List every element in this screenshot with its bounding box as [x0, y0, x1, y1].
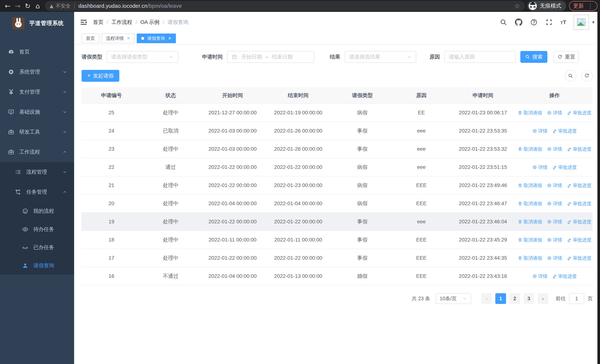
page-button-1[interactable]: 1 — [495, 293, 506, 304]
sidebar-item-支付管理[interactable]: 支付管理 — [0, 82, 74, 102]
breadcrumb-home[interactable]: 首页 — [93, 19, 103, 26]
browser-scrollbar[interactable] — [597, 12, 600, 364]
leave-table: 申请编号状态开始时间结束时间请假类型原因申请时间操作 25处理中2021-12-… — [82, 87, 593, 285]
progress-action-link[interactable]: 审批进度 — [567, 110, 591, 116]
cancel-action-link[interactable]: 取消请假 — [518, 219, 542, 225]
detail-action-link[interactable]: 详情 — [532, 273, 548, 279]
tab-流程详情[interactable]: 流程详情✕ — [102, 34, 134, 43]
sidebar-item-首页[interactable]: 首页 — [0, 42, 74, 62]
reset-button[interactable]: 重置 — [554, 51, 579, 63]
start-date-input[interactable]: 开始日期 — [241, 53, 262, 60]
detail-action-link[interactable]: 详情 — [547, 146, 562, 152]
forward-icon[interactable]: → — [13, 1, 23, 11]
detail-action-link[interactable]: 详情 — [532, 128, 548, 134]
search-icon[interactable] — [500, 18, 507, 26]
font-size-icon[interactable]: TT — [560, 19, 566, 25]
leave-type-select[interactable]: 请选择请假类型 — [107, 51, 178, 63]
goto-page-input[interactable] — [569, 293, 584, 304]
create-leave-button[interactable]: + 发起请假 — [82, 70, 119, 82]
progress-action-link[interactable]: 审批进度 — [567, 201, 591, 207]
cell-type: 病假 — [331, 104, 394, 122]
cell-end: 2022-01-19 00:00:00 — [265, 104, 331, 122]
sidebar-item-我的流程[interactable]: 我的流程 — [0, 202, 74, 220]
detail-action-link[interactable]: 详情 — [547, 255, 562, 261]
sidebar-item-研发工具[interactable]: 研发工具 — [0, 122, 74, 142]
home-icon[interactable]: ⌂ — [33, 1, 43, 11]
search-button[interactable]: 搜索 — [520, 51, 547, 63]
cancel-action-link[interactable]: 取消请假 — [518, 182, 542, 188]
table-row: 19处理中2022-01-22 00:00:002022-01-22 00:00… — [82, 213, 593, 231]
progress-action-link[interactable]: 审批进度 — [567, 182, 591, 188]
progress-action-link[interactable]: 审批进度 — [552, 128, 577, 134]
reload-icon[interactable]: ↻ — [23, 1, 33, 11]
submenu-工作流程: 流程管理任务管理我的流程待办任务已办任务请假查询 — [0, 162, 74, 275]
cancel-action-link[interactable]: 取消请假 — [518, 146, 542, 152]
cancel-action-link[interactable]: 取消请假 — [518, 255, 542, 261]
browser-update-chip[interactable]: 更新 ⋮ — [569, 1, 597, 11]
sidebar-item-流程管理[interactable]: 流程管理 — [0, 162, 74, 182]
progress-action-link[interactable]: 审批进度 — [567, 255, 591, 261]
prev-page-button[interactable]: ‹ — [481, 293, 492, 304]
cell-id: 16 — [82, 267, 141, 285]
sidebar-item-待办任务[interactable]: 待办任务 — [0, 220, 74, 238]
sidebar-item-基础设施[interactable]: 基础设施 — [0, 102, 74, 122]
end-date-input[interactable]: 结束日期 — [272, 53, 293, 60]
eye-icon — [22, 226, 28, 233]
detail-action-link[interactable]: 详情 — [547, 237, 562, 243]
sidebar-item-系统管理[interactable]: 系统管理 — [0, 62, 74, 82]
progress-action-link[interactable]: 审批进度 — [552, 164, 577, 170]
detail-action-link[interactable]: 详情 — [532, 164, 548, 170]
page-size-select[interactable]: 10条/页 — [436, 293, 471, 304]
browser-menu-icon[interactable]: ⋮ — [588, 3, 593, 9]
progress-action-link[interactable]: 审批进度 — [567, 146, 591, 152]
sidebar-collapse-icon[interactable] — [80, 18, 87, 26]
tab-请假查询[interactable]: 请假查询✕ — [137, 34, 176, 43]
sidebar-item-任务管理[interactable]: 任务管理 — [0, 182, 74, 202]
cell-status: 已取消 — [141, 122, 200, 140]
sidebar-item-工作流程[interactable]: 工作流程 — [0, 142, 74, 162]
progress-action-link[interactable]: 审批进度 — [567, 237, 591, 243]
avatar[interactable] — [574, 15, 589, 30]
table-row: 20处理中2022-01-04 00:00:002022-01-04 00:00… — [82, 195, 593, 213]
app-title: 芋道管理系统 — [29, 19, 64, 27]
result-select[interactable]: 请选择流结果 — [345, 51, 416, 63]
close-icon[interactable]: ✕ — [127, 36, 130, 41]
cancel-action-link[interactable]: 取消请假 — [518, 110, 542, 116]
page-button-3[interactable]: 3 — [524, 293, 534, 304]
tab-首页[interactable]: 首页 — [82, 34, 99, 43]
cell-status: 不通过 — [141, 267, 200, 285]
fullscreen-icon[interactable] — [545, 18, 553, 26]
sidebar-item-已办任务[interactable]: 已办任务 — [0, 238, 74, 257]
detail-action-link[interactable]: 详情 — [547, 182, 562, 188]
detail-action-link[interactable]: 详情 — [547, 110, 562, 116]
logo-image — [12, 17, 24, 29]
help-icon[interactable] — [530, 18, 538, 26]
search-icon — [525, 54, 530, 59]
yen-icon — [8, 89, 14, 95]
next-page-button[interactable]: › — [538, 293, 548, 304]
refresh-table-button[interactable] — [581, 70, 593, 82]
security-status[interactable]: ▲ 不安全 — [50, 3, 71, 9]
detail-action-link[interactable]: 详情 — [547, 219, 562, 225]
toggle-search-button[interactable] — [565, 70, 576, 82]
trash-icon — [518, 238, 522, 242]
breadcrumb-oa-example[interactable]: OA 示例 — [141, 19, 159, 26]
progress-action-link[interactable]: 审批进度 — [552, 273, 577, 279]
breadcrumb-workflow[interactable]: 工作流程 — [112, 19, 132, 26]
app-logo: 芋道管理系统 — [0, 12, 74, 35]
page-button-2[interactable]: 2 — [509, 293, 520, 304]
cancel-action-link[interactable]: 取消请假 — [518, 237, 542, 243]
bookmark-star-icon[interactable]: ☆ — [514, 2, 520, 10]
cell-start: 2021-12-27 00:00:00 — [200, 104, 265, 122]
reason-input[interactable]: 请输入原因 — [444, 51, 516, 63]
progress-action-link[interactable]: 审批进度 — [567, 219, 591, 225]
github-icon[interactable] — [515, 18, 523, 26]
back-icon[interactable]: ← — [3, 1, 13, 11]
close-icon[interactable]: ✕ — [168, 36, 171, 41]
cancel-action-link[interactable]: 取消请假 — [518, 201, 542, 207]
sidebar-item-请假查询[interactable]: 请假查询 — [0, 257, 74, 275]
address-bar[interactable]: ▲ 不安全 dashboard.yudao.iocoder.cn/bpm/oa/… — [45, 1, 525, 11]
detail-action-link[interactable]: 详情 — [547, 201, 562, 207]
apply-time-range-picker[interactable]: 开始日期 - 结束日期 — [227, 51, 314, 63]
user-menu[interactable]: ▾ — [574, 15, 594, 30]
